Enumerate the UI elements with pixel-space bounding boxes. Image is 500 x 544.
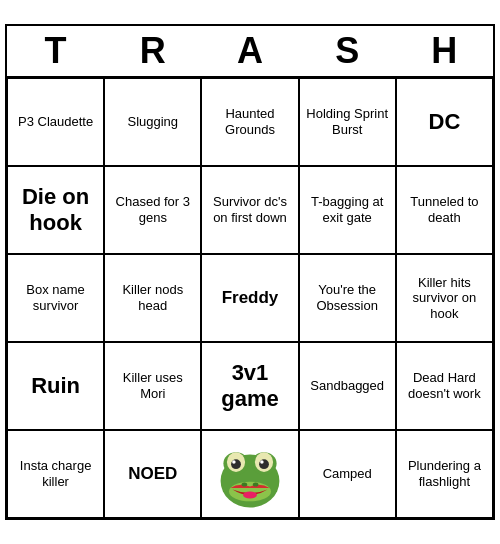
bingo-card: TRASH P3 ClaudetteSluggingHaunted Ground… <box>5 24 495 520</box>
bingo-cell-16: Killer uses Mori <box>104 342 201 430</box>
bingo-cell-9: Tunneled to death <box>396 166 493 254</box>
svg-point-10 <box>242 482 248 486</box>
bingo-cell-5: Die on hook <box>7 166 104 254</box>
bingo-cell-19: Dead Hard doesn't work <box>396 342 493 430</box>
header-letter-t: T <box>7 30 104 72</box>
bingo-cell-20: Insta charge killer <box>7 430 104 518</box>
bingo-cell-7: Survivor dc's on first down <box>201 166 298 254</box>
header-letter-a: A <box>201 30 298 72</box>
bingo-cell-14: Killer hits survivor on hook <box>396 254 493 342</box>
bingo-cell-4: DC <box>396 78 493 166</box>
svg-point-5 <box>231 459 241 469</box>
bingo-cell-15: Ruin <box>7 342 104 430</box>
svg-point-6 <box>259 459 269 469</box>
bingo-cell-2: Haunted Grounds <box>201 78 298 166</box>
bingo-cell-10: Box name survivor <box>7 254 104 342</box>
pepe-icon <box>215 439 285 509</box>
svg-point-8 <box>260 460 264 464</box>
bingo-grid: P3 ClaudetteSluggingHaunted GroundsHoldi… <box>7 78 493 518</box>
bingo-cell-24: Plundering a flashlight <box>396 430 493 518</box>
header-letter-r: R <box>104 30 201 72</box>
bingo-cell-13: You're the Obsession <box>299 254 396 342</box>
bingo-cell-0: P3 Claudette <box>7 78 104 166</box>
bingo-cell-17: 3v1 game <box>201 342 298 430</box>
bingo-cell-11: Killer nods head <box>104 254 201 342</box>
bingo-cell-22 <box>201 430 298 518</box>
bingo-cell-23: Camped <box>299 430 396 518</box>
svg-point-12 <box>243 492 257 499</box>
bingo-cell-21: NOED <box>104 430 201 518</box>
header-letter-s: S <box>299 30 396 72</box>
svg-point-11 <box>253 482 259 486</box>
bingo-cell-8: T-bagging at exit gate <box>299 166 396 254</box>
header-letter-h: H <box>396 30 493 72</box>
bingo-cell-18: Sandbagged <box>299 342 396 430</box>
bingo-cell-12: Freddy <box>201 254 298 342</box>
bingo-cell-6: Chased for 3 gens <box>104 166 201 254</box>
bingo-header: TRASH <box>7 26 493 78</box>
svg-point-7 <box>232 460 236 464</box>
bingo-cell-3: Holding Sprint Burst <box>299 78 396 166</box>
bingo-cell-1: Slugging <box>104 78 201 166</box>
